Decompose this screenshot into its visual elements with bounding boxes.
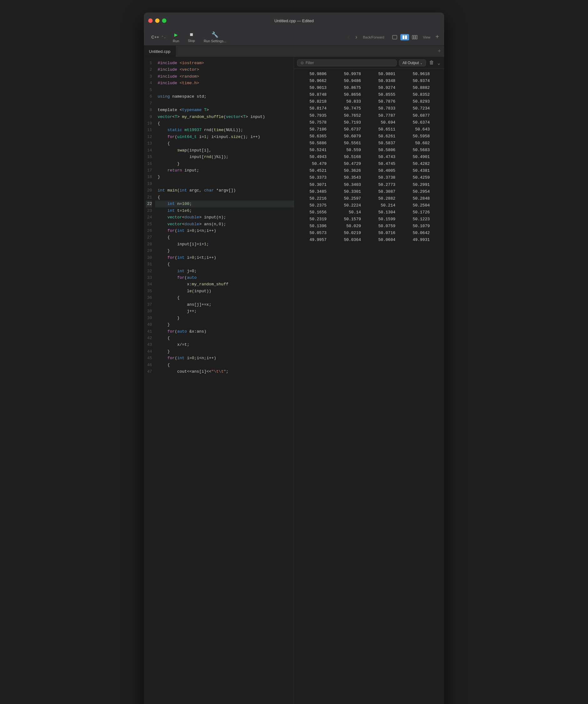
clear-output-button[interactable]: 🗑 — [429, 59, 435, 67]
language-chevron-icon: ⌃⌄ — [161, 35, 166, 39]
filter-input[interactable]: ⊙ Filter — [297, 59, 397, 66]
output-cell: 50.3071 — [297, 181, 332, 188]
line-num-40: 40 — [146, 321, 152, 328]
output-row: 50.901350.867550.927450.8882 — [297, 84, 441, 92]
back-button[interactable]: ‹ — [345, 33, 352, 42]
output-cell: 50.0642 — [400, 230, 435, 237]
view-single-button[interactable] — [390, 34, 399, 40]
output-cell: 50.2848 — [400, 195, 435, 202]
line-num-9: 9 — [146, 114, 152, 120]
code-line-8: template <typename T> — [155, 107, 294, 113]
output-cell: 50.2773 — [366, 181, 400, 188]
code-line-33: for(auto — [155, 275, 294, 281]
output-row: 50.710650.673750.651150.643 — [297, 126, 441, 133]
output-cell: 50.6079 — [332, 133, 366, 140]
output-cell: 50.7833 — [366, 105, 400, 112]
minimize-button[interactable] — [155, 18, 159, 23]
output-row: 50.47950.472950.474550.4282 — [297, 161, 441, 167]
output-cell: 50.2224 — [332, 202, 366, 209]
expand-output-button[interactable]: ⌄ — [437, 59, 441, 67]
line-num-18: 18 — [146, 174, 152, 180]
forward-button[interactable]: › — [353, 33, 360, 42]
view-triple-button[interactable] — [410, 34, 419, 40]
output-type-selector[interactable]: All Output ⌄ — [399, 59, 426, 66]
line-numbers: 1 2 3 4 5 6 7 8 9 10 11 12 13 14 15 16 1 — [144, 57, 155, 704]
filter-icon: ⊙ — [301, 61, 304, 65]
output-cell: 50.3087 — [366, 188, 400, 195]
output-row: 50.757850.719350.69450.6374 — [297, 119, 441, 126]
output-row: 50.307150.340350.277350.2991 — [297, 181, 441, 188]
output-row: 50.494350.516850.474350.4901 — [297, 154, 441, 161]
run-button[interactable]: ▶ Run — [169, 30, 184, 44]
line-num-21: 21 — [146, 194, 152, 200]
output-cell: 50.7475 — [332, 105, 366, 112]
output-cell: 50.7234 — [400, 105, 435, 112]
output-row: 50.348550.330150.308750.2954 — [297, 188, 441, 195]
svg-rect-0 — [393, 35, 397, 39]
output-header: ⊙ Filter All Output ⌄ 🗑 ⌄ — [294, 57, 444, 69]
maximize-button[interactable] — [162, 18, 167, 23]
output-cell: 50.6511 — [366, 126, 400, 133]
language-selector[interactable]: C++ ⌃⌄ — [149, 34, 169, 41]
output-actions: 🗑 ⌄ — [429, 59, 441, 67]
stop-button[interactable]: ■ Stop — [184, 31, 200, 44]
output-cell: 50.5168 — [332, 154, 366, 161]
code-line-14: swap(input[i], — [155, 147, 294, 154]
output-cell: 50.9348 — [366, 77, 400, 84]
code-lines[interactable]: #include <iostream> #include <vector> #i… — [155, 57, 294, 704]
line-num-1: 1 — [146, 60, 152, 66]
add-tab-button[interactable]: + — [435, 48, 444, 54]
output-cell: 50.7787 — [366, 112, 400, 119]
code-line-26: for(int i=0;i<n;i++) — [155, 228, 294, 234]
line-num-8: 8 — [146, 107, 152, 113]
output-row: 50.221650.259750.288250.2848 — [297, 195, 441, 202]
output-cell: 50.8293 — [400, 98, 435, 105]
output-cell: 50.1079 — [400, 223, 435, 230]
output-cell: 50.0219 — [332, 230, 366, 237]
code-editor-pane[interactable]: 1 2 3 4 5 6 7 8 9 10 11 12 13 14 15 16 1 — [144, 57, 294, 704]
add-panel-button[interactable]: + — [435, 34, 439, 41]
output-cell: 50.1656 — [297, 209, 332, 216]
output-cell: 50.4743 — [366, 154, 400, 161]
output-cell: 50.6374 — [400, 119, 435, 126]
close-button[interactable] — [148, 18, 153, 23]
output-cell: 50.7578 — [297, 119, 332, 126]
line-num-11: 11 — [146, 127, 152, 133]
line-num-17: 17 — [146, 167, 152, 174]
output-cell: 50.4005 — [366, 167, 400, 174]
run-settings-label: Run Settings... — [204, 39, 226, 43]
code-line-13: { — [155, 140, 294, 147]
code-line-42: { — [155, 335, 294, 341]
run-settings-button[interactable]: 🔧 Run Settings... — [199, 30, 231, 44]
code-line-39: } — [155, 315, 294, 321]
output-cell: 50.2375 — [297, 202, 332, 209]
tab-untitled-cpp[interactable]: Untitled.cpp — [144, 46, 176, 57]
output-data: 50.980650.997850.980150.961850.966250.94… — [294, 69, 444, 704]
line-num-5: 5 — [146, 87, 152, 93]
output-cell: 50.8748 — [297, 92, 332, 98]
output-cell: 50.9806 — [297, 71, 332, 77]
code-line-40: } — [155, 321, 294, 328]
line-num-12: 12 — [146, 134, 152, 140]
output-cell: 50.9618 — [400, 71, 435, 77]
output-cell: 50.5806 — [366, 147, 400, 154]
back-forward-label: Back/Forward — [363, 35, 384, 39]
code-line-23: int t=1e6; — [155, 208, 294, 214]
code-line-44: } — [155, 348, 294, 355]
output-cell: 50.694 — [366, 119, 400, 126]
line-num-27: 27 — [146, 234, 152, 241]
output-row: 50.817450.747550.783350.7234 — [297, 105, 441, 112]
main-window: Untitled.cpp — Edited C++ ⌃⌄ ▶ Run ■ Sto… — [144, 12, 444, 704]
output-pane: ⊙ Filter All Output ⌄ 🗑 ⌄ 50.980650.9978… — [294, 57, 444, 704]
titlebar: Untitled.cpp — Edited — [144, 12, 444, 29]
traffic-lights — [148, 18, 167, 23]
code-line-18: } — [155, 174, 294, 180]
code-line-30: for(int i=0;i<t;i++) — [155, 254, 294, 261]
tab-label: Untitled.cpp — [149, 49, 171, 54]
view-split-button[interactable] — [400, 34, 409, 40]
line-num-19: 19 — [146, 181, 152, 187]
output-cell: 50.9374 — [400, 77, 435, 84]
line-num-16: 16 — [146, 161, 152, 167]
code-line-3: #include <random> — [155, 73, 294, 80]
svg-rect-4 — [414, 35, 415, 39]
